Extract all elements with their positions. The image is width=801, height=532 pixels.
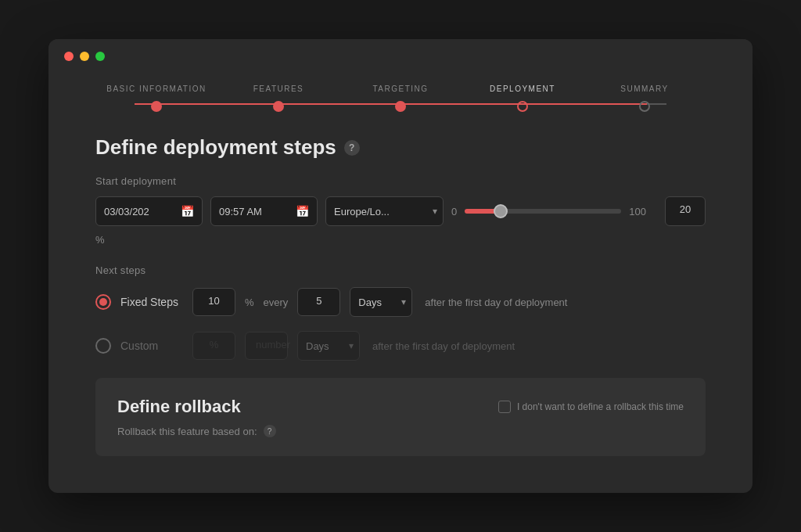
time-input[interactable] <box>219 206 289 217</box>
percent-input-field[interactable] <box>665 196 706 226</box>
percent-value-input[interactable] <box>674 203 696 215</box>
fixed-percent-input[interactable] <box>192 288 235 316</box>
next-steps-section: Next steps Fixed Steps % every Days Hour… <box>95 264 706 362</box>
slider-min-label: 0 <box>451 206 457 217</box>
minimize-button[interactable] <box>80 52 89 61</box>
fixed-steps-row: Fixed Steps % every Days Hours Weeks aft… <box>95 286 706 318</box>
page-title: Define deployment steps ? <box>95 135 706 160</box>
step-summary[interactable]: SUMMARY <box>584 84 706 112</box>
custom-row: Custom Days Hours Weeks after the first … <box>95 329 706 362</box>
time-input-field[interactable]: 📅 <box>210 196 318 226</box>
timezone-select-wrapper[interactable]: Europe/Lo... Europe/Paris America/New_Yo… <box>325 196 444 226</box>
calendar-icon[interactable]: 📅 <box>181 205 194 217</box>
step-summary-dot <box>639 101 650 112</box>
rollback-skip-label: I don't want to define a rollback this t… <box>517 401 684 412</box>
date-input-field[interactable]: 📅 <box>95 196 203 226</box>
step-basic-information-label: BASIC INFORMATION <box>106 84 207 93</box>
main-window: BASIC INFORMATION FEATURES TARGETING DEP… <box>48 39 753 493</box>
rollback-header: Define rollback I don't want to define a… <box>117 397 684 417</box>
help-icon[interactable]: ? <box>344 140 360 156</box>
step-deployment-label: DEPLOYMENT <box>490 84 555 93</box>
step-deployment-dot <box>517 101 528 112</box>
titlebar <box>48 39 753 61</box>
timezone-select[interactable]: Europe/Lo... Europe/Paris America/New_Yo… <box>325 196 444 226</box>
rollback-skip-row: I don't want to define a rollback this t… <box>498 401 684 413</box>
maximize-button[interactable] <box>95 52 105 61</box>
close-button[interactable] <box>64 52 74 61</box>
slider-max-label: 100 <box>629 206 646 217</box>
rollback-skip-checkbox[interactable] <box>498 401 511 413</box>
custom-interval-input[interactable] <box>245 332 288 360</box>
custom-interval-value[interactable] <box>253 339 293 350</box>
step-features[interactable]: FEATURES <box>217 84 339 112</box>
fixed-steps-label: Fixed Steps <box>120 296 183 308</box>
step-basic-information[interactable]: BASIC INFORMATION <box>95 84 217 112</box>
rollback-title: Define rollback <box>117 397 241 417</box>
custom-label: Custom <box>120 340 183 352</box>
step-basic-information-dot <box>151 101 162 112</box>
custom-percent-input[interactable] <box>192 332 235 360</box>
interval-unit-select[interactable]: Days Hours Weeks <box>350 287 412 317</box>
interval-value[interactable] <box>307 295 331 307</box>
interval-input[interactable] <box>297 288 340 316</box>
stepper: BASIC INFORMATION FEATURES TARGETING DEP… <box>48 61 753 128</box>
custom-interval-unit-select[interactable]: Days Hours Weeks <box>297 331 360 361</box>
rollback-help-icon[interactable]: ? <box>264 425 276 437</box>
fixed-percent-sign: % <box>245 297 254 308</box>
custom-percent-value[interactable] <box>203 339 226 350</box>
custom-radio[interactable] <box>95 338 111 354</box>
rollback-section: Define rollback I don't want to define a… <box>95 378 706 456</box>
deployment-slider[interactable] <box>465 209 621 214</box>
content-area: Define deployment steps ? Start deployme… <box>48 128 753 487</box>
slider-group: 0 100 <box>451 206 657 217</box>
fixed-after-label: after the first day of deployment <box>425 297 567 308</box>
step-summary-label: SUMMARY <box>620 84 668 93</box>
interval-unit-select-wrapper[interactable]: Days Hours Weeks <box>350 287 412 317</box>
time-calendar-icon[interactable]: 📅 <box>296 205 309 217</box>
step-targeting-dot <box>395 101 406 112</box>
every-label: every <box>264 297 289 308</box>
percent-sign-label: % <box>95 234 105 246</box>
fixed-steps-radio[interactable] <box>95 294 111 310</box>
step-deployment[interactable]: DEPLOYMENT <box>462 84 584 112</box>
start-deployment-row: 📅 📅 Europe/Lo... Europe/Paris America/Ne… <box>95 196 706 246</box>
date-input[interactable] <box>104 206 174 217</box>
step-features-dot <box>273 101 284 112</box>
start-deployment-label: Start deployment <box>95 175 706 187</box>
next-steps-label: Next steps <box>95 264 706 276</box>
fixed-percent-value[interactable] <box>203 295 226 307</box>
step-targeting-label: TARGETING <box>372 84 428 93</box>
step-features-label: FEATURES <box>253 84 304 93</box>
custom-after-label: after the first day of deployment <box>372 340 515 352</box>
page-title-text: Define deployment steps <box>95 135 336 160</box>
rollback-sub-label: Rollback this feature based on: ? <box>117 425 684 437</box>
custom-interval-unit-wrapper[interactable]: Days Hours Weeks <box>297 331 360 361</box>
step-targeting[interactable]: TARGETING <box>339 84 462 112</box>
